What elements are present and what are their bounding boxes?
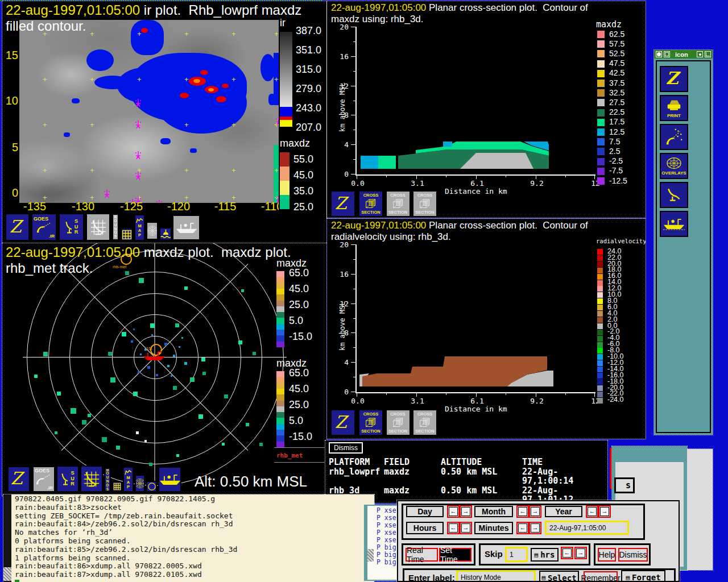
hours-decrement-button[interactable]: ← [447,522,460,534]
year-increment-button[interactable]: → [598,505,611,518]
goes-ir-button[interactable]: GOES.IR [31,213,57,241]
terminal-scrollbar[interactable] [3,494,11,582]
colorbar-value: 12.5 [609,127,624,136]
radar-grid-button[interactable] [86,213,110,241]
partial-button[interactable]: s [614,477,635,493]
print-button[interactable]: PRINT [660,95,688,121]
terminal-window[interactable]: 970822.0405.gif 970822.0905.gif 970822.1… [3,494,374,582]
help-button[interactable]: Help [598,548,616,562]
goes-ir-button[interactable]: GOES.IR [32,466,55,492]
buoy-button[interactable] [159,227,172,240]
real-time-button[interactable]: Real Time [406,548,438,562]
select-menu[interactable]: ▤Select [539,571,579,582]
month-decrement-button[interactable]: ← [516,505,529,518]
satellite-button[interactable] [660,124,688,150]
day-button[interactable]: Day [406,506,444,517]
cloud-contour-blob [86,49,114,71]
zeb-logo-button[interactable]: Z [5,213,30,241]
minutes-increment-button[interactable]: → [529,522,541,534]
antenna-button[interactable] [660,182,688,208]
overlays-button[interactable]: OVERLAYS [660,153,688,179]
ship-button[interactable] [158,467,181,492]
radar-echo [71,408,76,414]
window-menu-button[interactable] [656,51,662,57]
hours-button[interactable]: Hours [406,522,444,534]
zeb-logo-button[interactable]: Z [330,190,355,217]
day-decrement-button[interactable]: ← [447,505,460,518]
skip-units-menu[interactable]: ▤hrs [531,548,559,562]
colorbar-value: 35.0 [293,185,313,197]
file-list[interactable]: P xse P xse P xse P xse P xse P big P bi… [377,507,396,566]
colorbar-value: 45.0 [293,169,313,181]
maxdz-colorbar: maxdz62.557.552.547.542.537.532.527.522.… [595,19,645,196]
x-tick-label: -125 [118,200,145,211]
ship-button[interactable] [172,215,200,240]
ship-button[interactable] [660,211,688,237]
label-input[interactable]: History Mode [456,570,536,582]
set-time-button[interactable]: Set Time [439,548,471,562]
colorbar-segment [597,31,605,38]
cloud-contour-blob [193,79,200,83]
time-input[interactable]: 22-Aug-97,1:05:00 [545,521,629,535]
cross-section-button[interactable]: CROSSSECTION [358,190,383,217]
radar-grid-button[interactable] [80,465,103,492]
cross-section-button[interactable]: CROSSSECTION [412,190,437,217]
grid-cross-marker: + [184,122,189,128]
zeb-logo-button[interactable]: Z [7,466,30,492]
surface-radar-button[interactable]: SUR [59,213,84,241]
scrollbar-thumb[interactable] [3,567,11,581]
cross-section-button[interactable]: CROSSSECTION [358,409,383,436]
map-button[interactable]: MAP [123,467,134,492]
zeb-logo-button[interactable]: Z [660,66,688,92]
forget-menu[interactable]: ▤Forget [621,570,665,582]
dismiss-button[interactable]: Dismiss [329,442,363,454]
skip-decrement-button[interactable]: ← [561,547,573,559]
target-overlay-button[interactable] [135,475,145,492]
range-ring [27,243,284,486]
day-increment-button[interactable]: → [460,505,472,518]
x-tick-label: -130 [69,200,97,211]
cloud-contour-blob [180,93,189,98]
colorbar-segment [280,195,289,209]
minutes-decrement-button[interactable]: ← [516,522,529,534]
bounds-button[interactable]: BOUNDS [104,468,111,492]
window-close-button[interactable] [705,51,711,57]
window-restore-button[interactable] [664,51,670,57]
cloud-contour-blob [208,88,214,92]
cross-section-button[interactable]: CROSSSECTION [386,190,411,217]
surface-radar-button[interactable]: SUR [56,465,79,492]
cross-section-maxdz-panel: 22-aug-1997,01:05:00 Planar cross-sectio… [327,1,646,218]
year-button[interactable]: Year [545,506,582,517]
month-increment-button[interactable]: → [529,505,541,518]
dismiss-button[interactable]: Dismiss [618,548,648,562]
x-tick-label: 6.1 [466,179,488,187]
skip-increment-button[interactable]: → [574,547,587,559]
target-overlay-button[interactable] [146,222,158,240]
remember-button[interactable]: Remember [584,571,618,582]
window-iconify-button[interactable] [697,51,703,57]
separator [274,447,325,448]
map-button[interactable]: MAP [134,214,145,241]
radar-echo [55,431,57,434]
colorbar-segment [597,261,603,267]
cross-section-button[interactable]: CROSSSECTION [412,409,437,436]
cross-section-plot: 2016128400.03.16.19.212Distance in km [355,244,595,393]
year-decrement-button[interactable]: ← [586,505,598,518]
grid-button[interactable] [112,481,122,492]
bounds-button[interactable]: BOUNDS [112,214,119,240]
colorbar-segment [276,335,284,342]
radar-echo [131,340,133,343]
colorbar-segment [597,128,605,136]
grid-button[interactable] [121,228,133,241]
icon-window-titlebar[interactable]: icon [654,50,713,59]
colorbar-segment [597,336,603,342]
hours-increment-button[interactable]: → [460,522,472,534]
y-tick [351,144,355,145]
range-ring-button[interactable] [146,481,157,492]
cross-section-button[interactable]: CROSSSECTION [386,409,411,436]
minutes-button[interactable]: Minutes [474,522,513,534]
scrollbar-thumb[interactable] [367,549,374,562]
zeb-logo-button[interactable]: Z [330,409,355,436]
skip-input[interactable]: 1 [505,547,528,562]
month-button[interactable]: Month [474,506,513,517]
